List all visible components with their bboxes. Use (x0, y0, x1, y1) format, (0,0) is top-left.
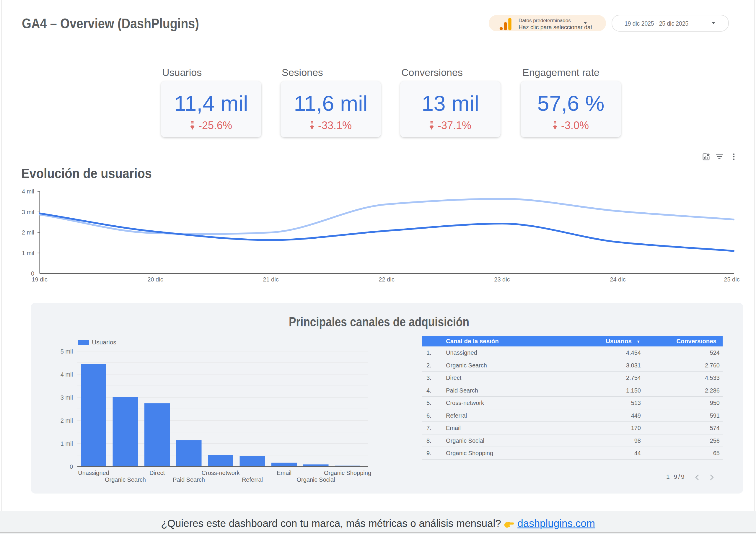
svg-text:Cross-network: Cross-network (202, 469, 240, 476)
svg-text:3 mil: 3 mil (61, 394, 73, 401)
svg-text:Organic Search: Organic Search (105, 476, 146, 483)
svg-text:4 mil: 4 mil (22, 188, 34, 195)
svg-text:Paid Search: Paid Search (173, 476, 205, 483)
svg-text:Referral: Referral (242, 476, 263, 483)
svg-text:2 mil: 2 mil (22, 229, 34, 236)
svg-text:24 dic: 24 dic (610, 276, 626, 283)
svg-text:0: 0 (70, 464, 73, 470)
svg-text:4 mil: 4 mil (61, 371, 73, 378)
svg-text:21 dic: 21 dic (263, 276, 279, 283)
svg-text:1 mil: 1 mil (22, 250, 34, 256)
svg-text:22 dic: 22 dic (379, 276, 394, 283)
svg-text:Organic Shopping: Organic Shopping (324, 469, 371, 476)
svg-text:2 mil: 2 mil (61, 417, 73, 424)
svg-text:3 mil: 3 mil (22, 209, 34, 215)
svg-text:Email: Email (277, 469, 291, 476)
svg-text:Unassigned: Unassigned (78, 469, 109, 476)
svg-text:1 mil: 1 mil (61, 441, 73, 447)
svg-text:25 dic: 25 dic (724, 276, 740, 283)
svg-text:Direct: Direct (149, 469, 165, 476)
svg-text:Organic Social: Organic Social (296, 476, 335, 483)
svg-text:19 dic: 19 dic (32, 276, 47, 283)
svg-text:20 dic: 20 dic (148, 276, 163, 283)
svg-text:0: 0 (31, 270, 34, 277)
svg-text:23 dic: 23 dic (494, 276, 510, 283)
svg-text:5 mil: 5 mil (61, 349, 73, 355)
